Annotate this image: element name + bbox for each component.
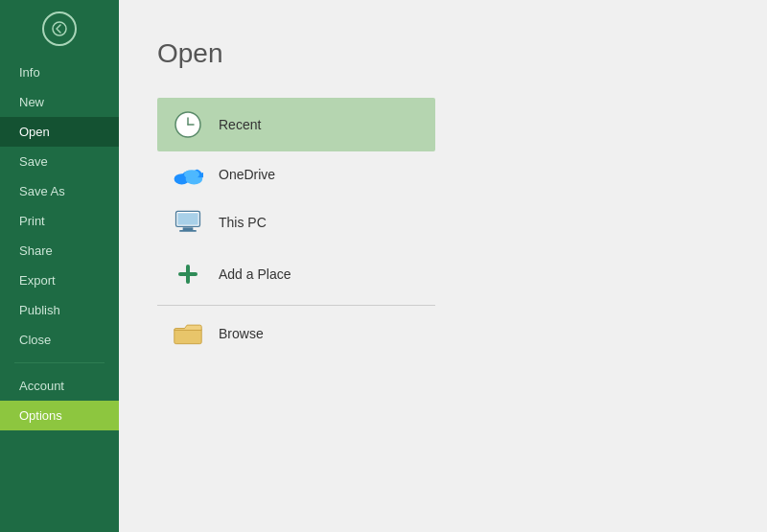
sidebar-item-options[interactable]: Options [0, 401, 119, 430]
browse-icon [173, 321, 203, 346]
browse-label: Browse [219, 326, 264, 341]
sidebar-item-export[interactable]: Export [0, 266, 119, 295]
svg-rect-8 [177, 213, 198, 224]
sidebar-item-account[interactable]: Account [0, 371, 119, 401]
svg-rect-10 [179, 230, 197, 232]
sidebar-item-info[interactable]: Info [0, 58, 119, 87]
sidebar-item-open[interactable]: Open [0, 117, 119, 147]
onedrive-label: OneDrive [219, 167, 275, 182]
open-option-recent[interactable]: Recent [157, 98, 435, 151]
recent-label: Recent [219, 117, 261, 132]
nav-bottom: Account Options [0, 371, 119, 430]
sidebar-item-close[interactable]: Close [0, 325, 119, 355]
open-option-divider [157, 305, 435, 306]
thispc-label: This PC [219, 215, 267, 230]
sidebar-item-publish[interactable]: Publish [0, 295, 119, 325]
sidebar-item-share[interactable]: Share [0, 236, 119, 266]
svg-point-0 [53, 22, 66, 35]
svg-point-6 [184, 170, 199, 179]
open-option-addplace[interactable]: Add a Place [157, 247, 435, 301]
open-option-thispc[interactable]: This PC [157, 197, 435, 247]
nav-divider [14, 362, 105, 363]
sidebar-item-new[interactable]: New [0, 87, 119, 117]
main-content: Open Recent OneDrive [119, 0, 767, 532]
open-option-onedrive[interactable]: OneDrive [157, 151, 435, 197]
thispc-icon [173, 209, 203, 236]
clock-icon [173, 109, 203, 140]
back-button[interactable] [42, 12, 77, 46]
sidebar-item-print[interactable]: Print [0, 206, 119, 236]
svg-rect-12 [186, 265, 190, 284]
sidebar-item-save-as[interactable]: Save As [0, 176, 119, 206]
svg-rect-9 [183, 227, 194, 230]
open-option-browse[interactable]: Browse [157, 310, 435, 358]
sidebar: Info New Open Save Save As Print Share E… [0, 0, 119, 532]
page-title: Open [157, 38, 729, 69]
open-options-list: Recent OneDrive This PC [157, 98, 435, 358]
nav-items: Info New Open Save Save As Print Share E… [0, 58, 119, 532]
onedrive-icon [173, 163, 203, 186]
addplace-label: Add a Place [219, 266, 291, 282]
svg-rect-13 [174, 329, 201, 344]
back-button-container [0, 0, 119, 58]
sidebar-item-save[interactable]: Save [0, 147, 119, 176]
addplace-icon [173, 259, 203, 289]
